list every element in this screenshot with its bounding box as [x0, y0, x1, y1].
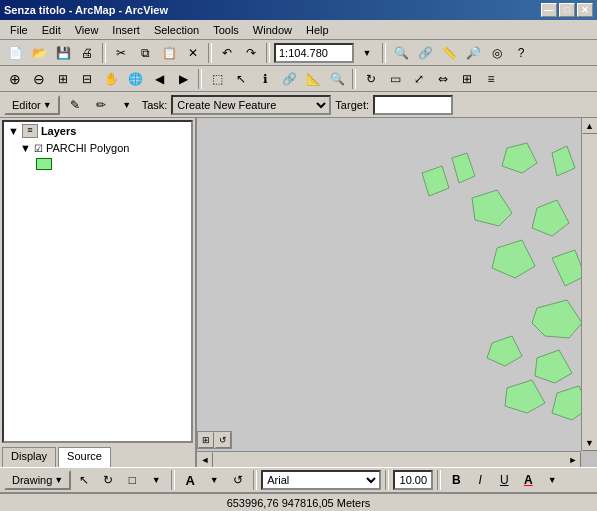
forward-extent-button[interactable]: ▶ [172, 68, 194, 90]
layer-symbol-row [4, 156, 191, 172]
scroll-track-horizontal[interactable] [213, 452, 565, 468]
select-arrow-draw-button[interactable]: ↖ [73, 469, 95, 491]
help-cursor-button[interactable]: ? [510, 42, 532, 64]
print-button[interactable]: 🖨 [76, 42, 98, 64]
save-button[interactable]: 💾 [52, 42, 74, 64]
minimize-button[interactable]: — [541, 3, 557, 17]
font-color-label: A [524, 473, 533, 487]
find-button[interactable]: 🔎 [462, 42, 484, 64]
nav-toolbar: ⊕ ⊖ ⊞ ⊟ ✋ 🌐 ◀ ▶ ⬚ ↖ ℹ 🔗 📐 🔍 ↻ ▭ ⤢ ⇔ ⊞ ≡ [0, 66, 597, 92]
font-size-input[interactable] [393, 470, 433, 490]
copy-button[interactable]: ⧉ [134, 42, 156, 64]
scroll-right-button[interactable]: ► [565, 452, 581, 468]
goto-button[interactable]: ◎ [486, 42, 508, 64]
title-bar: Senza titolo - ArcMap - ArcView — □ ✕ [0, 0, 597, 20]
menu-view[interactable]: View [69, 22, 105, 38]
map-area[interactable]: ▲ ▼ ◄ ► ⊞ ↺ [197, 118, 597, 467]
underline-button[interactable]: U [493, 469, 515, 491]
edit-dropdown-button[interactable]: ▼ [116, 94, 138, 116]
table-of-contents: ▼ ≡ Layers ▼ ☑ PARCHI Polygon [2, 120, 193, 443]
target-input[interactable] [373, 95, 453, 115]
paste-button[interactable]: 📋 [158, 42, 180, 64]
layers-collapse-icon: ▼ [8, 125, 19, 137]
tab-source[interactable]: Source [58, 447, 111, 467]
window-controls: — □ ✕ [541, 3, 593, 17]
rect-dropdown-button[interactable]: ▼ [145, 469, 167, 491]
rotate-draw-button[interactable]: ↻ [97, 469, 119, 491]
scroll-up-button[interactable]: ▲ [582, 118, 598, 134]
zoom-extent-button[interactable]: ⊟ [76, 68, 98, 90]
undo-button[interactable]: ↶ [216, 42, 238, 64]
font-color-dropdown-button[interactable]: ▼ [541, 469, 563, 491]
layer-checkbox[interactable]: ☑ [34, 143, 43, 154]
layers-header[interactable]: ▼ ≡ Layers [4, 122, 191, 140]
hyperlink-tool-button[interactable]: 🔗 [278, 68, 300, 90]
left-panel: ▼ ≡ Layers ▼ ☑ PARCHI Polygon Display So… [0, 118, 197, 467]
font-color-button[interactable]: A [517, 469, 539, 491]
draw-separator3 [385, 470, 389, 490]
zoom-dropdown[interactable]: ▼ [356, 42, 378, 64]
drawing-button[interactable]: Drawing ▼ [4, 470, 71, 490]
measure-tool-button[interactable]: 📐 [302, 68, 324, 90]
zoom-move-button[interactable]: ⤢ [408, 68, 430, 90]
back-extent-button[interactable]: ◀ [148, 68, 170, 90]
bold-button[interactable]: B [445, 469, 467, 491]
draw-separator1 [171, 470, 175, 490]
editor-toolbar: Editor ▼ ✎ ✏ ▼ Task: Create New Feature … [0, 92, 597, 118]
menu-window[interactable]: Window [247, 22, 298, 38]
menu-tools[interactable]: Tools [207, 22, 245, 38]
zoom-out-button[interactable]: ⊖ [28, 68, 50, 90]
close-button[interactable]: ✕ [577, 3, 593, 17]
sketch-tool-button[interactable]: ✎ [64, 94, 86, 116]
draw-separator4 [437, 470, 441, 490]
open-button[interactable]: 📂 [28, 42, 50, 64]
task-select[interactable]: Create New Feature [171, 95, 331, 115]
layer-list-button[interactable]: ≡ [480, 68, 502, 90]
italic-button[interactable]: I [469, 469, 491, 491]
tab-display[interactable]: Display [2, 447, 56, 467]
text-a-button[interactable]: A [179, 469, 201, 491]
globe-button[interactable]: 🌐 [124, 68, 146, 90]
cut-button[interactable]: ✂ [110, 42, 132, 64]
zoom-full-extent[interactable]: ⊞ [52, 68, 74, 90]
edit-pencil-button[interactable]: ✏ [90, 94, 112, 116]
select-features-button[interactable]: ⬚ [206, 68, 228, 90]
zoom-in-button[interactable]: ⊕ [4, 68, 26, 90]
vertical-scrollbar[interactable]: ▲ ▼ [581, 118, 597, 451]
pan-button[interactable]: ✋ [100, 68, 122, 90]
refresh-button[interactable]: ↺ [227, 469, 249, 491]
menu-help[interactable]: Help [300, 22, 335, 38]
scroll-left-button[interactable]: ◄ [197, 452, 213, 468]
editor-button[interactable]: Editor ▼ [4, 95, 60, 115]
text-dropdown-button[interactable]: ▼ [203, 469, 225, 491]
menu-insert[interactable]: Insert [106, 22, 146, 38]
separator2 [208, 43, 212, 63]
identify-button[interactable]: 🔍 [390, 42, 412, 64]
spatial-button[interactable]: ⊞ [456, 68, 478, 90]
menu-edit[interactable]: Edit [36, 22, 67, 38]
hyperlink-button[interactable]: 🔗 [414, 42, 436, 64]
zoom-input[interactable] [274, 43, 354, 63]
rotate-button[interactable]: ↻ [360, 68, 382, 90]
map-nav-1[interactable]: ⊞ [198, 432, 214, 448]
select-arrow-button[interactable]: ↖ [230, 68, 252, 90]
scroll-track-vertical[interactable] [582, 134, 598, 435]
map-nav-2[interactable]: ↺ [215, 432, 231, 448]
zoom-scale-button[interactable]: ⇔ [432, 68, 454, 90]
delete-button[interactable]: ✕ [182, 42, 204, 64]
font-select[interactable]: Arial [261, 470, 381, 490]
rect-draw-button[interactable]: □ [121, 469, 143, 491]
redo-button[interactable]: ↷ [240, 42, 262, 64]
maximize-button[interactable]: □ [559, 3, 575, 17]
measure-button[interactable]: 📏 [438, 42, 460, 64]
find-tool-button[interactable]: 🔍 [326, 68, 348, 90]
menu-file[interactable]: File [4, 22, 34, 38]
identify-tool-button[interactable]: ℹ [254, 68, 276, 90]
scroll-down-button[interactable]: ▼ [582, 435, 598, 451]
horizontal-scrollbar[interactable]: ◄ ► [197, 451, 581, 467]
new-button[interactable]: 📄 [4, 42, 26, 64]
map-nav-buttons: ⊞ ↺ [197, 431, 232, 449]
menu-selection[interactable]: Selection [148, 22, 205, 38]
drawing-toolbar: Drawing ▼ ↖ ↻ □ ▼ A ▼ ↺ Arial B I U A ▼ [0, 467, 597, 493]
zoom-rect-button[interactable]: ▭ [384, 68, 406, 90]
